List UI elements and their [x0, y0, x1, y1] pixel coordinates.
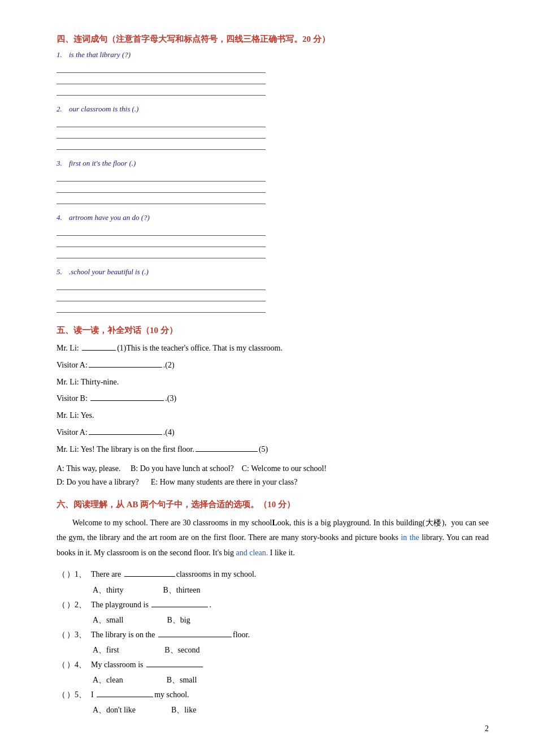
opt-2B: B、big: [167, 616, 190, 624]
blank-q3[interactable]: [158, 637, 232, 637]
sentence-words-4: artroom have you an do (?): [69, 213, 150, 222]
line-3b: [57, 182, 266, 193]
sentence-num-3: 3.: [57, 159, 64, 168]
page-number: 2: [485, 724, 489, 733]
mc-item-3: （）3、The library is on the floor.: [57, 628, 489, 642]
sentence-words-3: first on it's the floor (.): [69, 159, 136, 168]
opt-4A: A、clean: [93, 676, 123, 684]
line-3c: [57, 193, 266, 204]
section5: 五、读一读，补全对话（10 分） Mr. Li: (1)This is the …: [57, 325, 489, 487]
option-C: C: Welcome to our school!: [242, 464, 327, 473]
option-B: B: Do you have lunch at school?: [131, 464, 234, 473]
mc-options-4: A、clean B、small: [93, 675, 489, 685]
dialogue-line-6: Visitor A:.(4): [57, 426, 489, 439]
mc-options-2: A、small B、big: [93, 615, 489, 625]
option-A: A: This way, please.: [57, 464, 121, 473]
opt-5B: B、like: [171, 706, 196, 714]
blank-3[interactable]: [90, 400, 164, 401]
blank-1[interactable]: [82, 350, 116, 351]
line-1a: [57, 62, 266, 73]
options-row-2: D: Do you have a library? E: How many st…: [57, 478, 489, 487]
sentence-words-1: is the that library (?): [69, 50, 131, 59]
writing-area-5: [57, 279, 266, 313]
mc-questions: （）1、There are classrooms in my school. A…: [57, 567, 489, 715]
paren-2: ）2、: [67, 601, 86, 609]
sentence-row-4: 4. artroom have you an do (?): [57, 213, 489, 222]
dialogue-line-2: Visitor A:.(2): [57, 358, 489, 372]
paren-3: ）3、: [67, 630, 86, 639]
bracket-4: （: [57, 658, 66, 672]
opt-5A: A、don't like: [93, 706, 136, 714]
opt-3A: A、first: [93, 646, 119, 654]
opt-1B: B、thirteen: [163, 586, 200, 594]
line-5a: [57, 279, 266, 290]
line-2b: [57, 127, 266, 139]
line-4a: [57, 224, 266, 236]
dialogue-line-5: Mr. Li: Yes.: [57, 409, 489, 422]
mc-item-2: （）2、The playground is .: [57, 598, 489, 612]
option-E: E: How many students are there in your c…: [151, 478, 298, 486]
line-5b: [57, 290, 266, 301]
line-2a: [57, 116, 266, 127]
mc-item-5: （）5、I my school.: [57, 688, 489, 702]
paren-1: ）1、: [67, 570, 86, 578]
mc-item-1: （）1、There are classrooms in my school.: [57, 567, 489, 581]
opt-2A: A、small: [93, 616, 123, 624]
bracket-2: （: [57, 598, 66, 612]
mc-options-5: A、don't like B、like: [93, 705, 489, 715]
bracket-3: （: [57, 628, 66, 642]
line-2c: [57, 139, 266, 150]
line-4c: [57, 247, 266, 258]
dialogue-line-3: Mr. Li: Thirty-nine.: [57, 375, 489, 389]
line-1c: [57, 84, 266, 96]
dialogue-line-7: Mr. Li: Yes! The library is on the first…: [57, 443, 489, 456]
sentence-row-1: 1. is the that library (?): [57, 50, 489, 59]
sentence-num-4: 4.: [57, 213, 64, 222]
section6-title: 六、阅读理解，从 AB 两个句子中，选择合适的选项。（10 分）: [57, 499, 489, 510]
blank-2[interactable]: [89, 367, 162, 368]
line-1b: [57, 73, 266, 84]
blank-q1[interactable]: [124, 576, 175, 577]
highlight-in-the: in the: [401, 533, 419, 542]
bracket-5: （: [57, 688, 66, 702]
writing-area-2: [57, 116, 266, 150]
reading-passage: Welcome to my school. There are 30 class…: [57, 516, 489, 561]
opt-4B: B、small: [167, 676, 197, 684]
blank-q5[interactable]: [97, 697, 153, 697]
writing-area-3: [57, 170, 266, 204]
sentence-row-5: 5. .school your beautiful is (.): [57, 267, 489, 277]
section4-title: 四、连词成句（注意首字母大写和标点符号，四线三格正确书写。20 分）: [57, 34, 489, 45]
blank-q4[interactable]: [146, 667, 203, 667]
sentence-words-5: .school your beautiful is (.): [69, 267, 149, 277]
opt-1A: A、thirty: [93, 586, 123, 594]
line-4b: [57, 236, 266, 247]
paren-5: ）5、: [67, 690, 86, 699]
mc-options-3: A、first B、second: [93, 645, 489, 655]
dialogue-line-1: Mr. Li: (1)This is the teacher's office.…: [57, 342, 489, 355]
section5-title: 五、读一读，补全对话（10 分）: [57, 325, 489, 336]
blank-4[interactable]: [89, 434, 162, 435]
sentence-num-1: 1.: [57, 50, 64, 59]
line-3a: [57, 170, 266, 182]
option-D: D: Do you have a library?: [57, 478, 139, 486]
highlight-and-clean: and clean.: [236, 548, 268, 557]
sentence-row-3: 3. first on it's the floor (.): [57, 159, 489, 168]
section4: 四、连词成句（注意首字母大写和标点符号，四线三格正确书写。20 分） 1. is…: [57, 34, 489, 313]
bracket-1: （: [57, 567, 66, 581]
line-5c: [57, 301, 266, 313]
sentence-words-2: our classroom is this (.): [69, 105, 138, 114]
mc-options-1: A、thirty B、thirteen: [93, 585, 489, 595]
section6: 六、阅读理解，从 AB 两个句子中，选择合适的选项。（10 分） Welcome…: [57, 499, 489, 716]
blank-5[interactable]: [196, 451, 258, 452]
sentence-row-2: 2. our classroom is this (.): [57, 105, 489, 114]
dialogue-line-4: Visitor B: .(3): [57, 392, 489, 405]
sentence-num-5: 5.: [57, 267, 64, 277]
mc-item-4: （）4、My classroom is: [57, 658, 489, 672]
sentence-num-2: 2.: [57, 105, 64, 114]
options-row-1: A: This way, please. B: Do you have lunc…: [57, 464, 489, 473]
writing-area-4: [57, 224, 266, 258]
paren-4: ）4、: [67, 660, 86, 669]
opt-3B: B、second: [164, 646, 199, 654]
blank-q2[interactable]: [151, 607, 208, 607]
writing-area-1: [57, 62, 266, 96]
